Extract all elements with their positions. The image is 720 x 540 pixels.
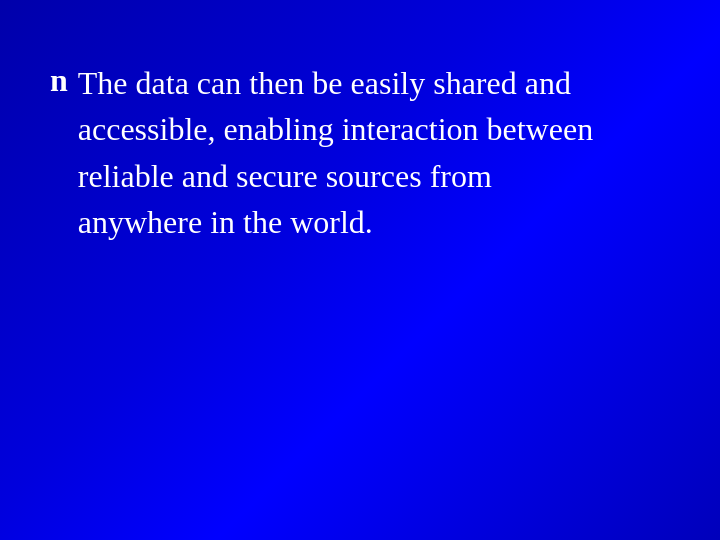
text-line-3: reliable and secure sources from bbox=[78, 153, 593, 199]
bullet-item: n The data can then be easily shared and… bbox=[50, 60, 670, 246]
text-line-2: accessible, enabling interaction between bbox=[78, 106, 593, 152]
bullet-marker: n bbox=[50, 62, 68, 99]
text-line-4: anywhere in the world. bbox=[78, 199, 593, 245]
text-line-1: The data can then be easily shared and bbox=[78, 60, 593, 106]
bullet-text: The data can then be easily shared and a… bbox=[78, 60, 593, 246]
slide-container: n The data can then be easily shared and… bbox=[0, 0, 720, 540]
